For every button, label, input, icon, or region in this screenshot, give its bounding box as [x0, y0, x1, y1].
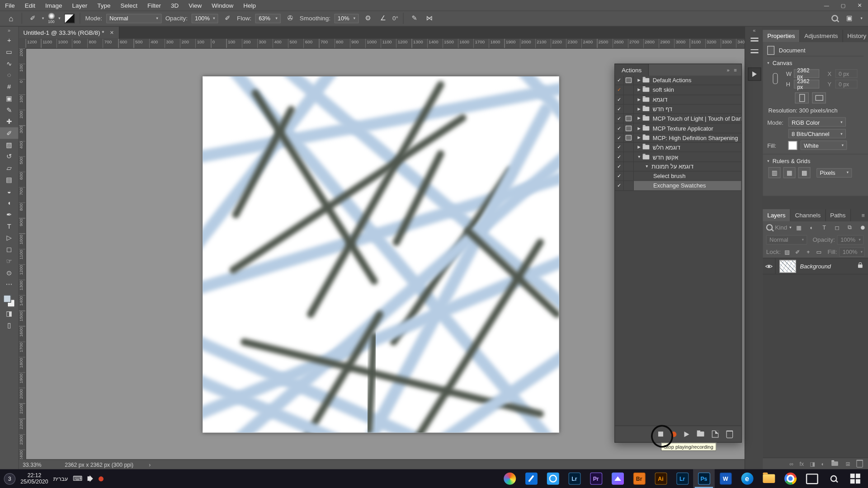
document-canvas[interactable] [203, 76, 559, 433]
action-label[interactable]: אקשן חדש [653, 154, 679, 160]
screen-mode-icon[interactable]: ▯ [0, 319, 18, 331]
brush-preset-icon[interactable]: ✐ [27, 13, 38, 23]
frame-tool[interactable]: ▣ [0, 92, 18, 104]
action-label[interactable]: Select brush [653, 173, 685, 179]
menu-item-filter[interactable]: Filter [142, 2, 166, 9]
vertical-ruler[interactable]: 2001000100200300400500600700800900100011… [18, 48, 26, 460]
taskbar-app-photoshop[interactable]: Ps [693, 469, 715, 488]
chevron-down-icon[interactable]: ▾ [767, 159, 769, 163]
action-label[interactable]: soft skin [653, 87, 674, 94]
panel-menu-icon[interactable]: ≡ [734, 67, 736, 73]
healing-brush-tool[interactable]: ✚ [0, 116, 18, 127]
menu-item-type[interactable]: Type [92, 2, 115, 9]
action-row[interactable]: ✓▼דוגמא על תמונות [615, 162, 741, 171]
delete-layer-icon[interactable] [856, 460, 863, 468]
action-check-icon[interactable]: ✓ [615, 95, 624, 104]
delete-icon[interactable] [726, 430, 733, 438]
dialog-toggle-cell[interactable] [624, 104, 634, 113]
history-brush-tool[interactable]: ↺ [0, 150, 18, 162]
fill-color-swatch[interactable] [788, 141, 797, 150]
chevron-down-icon[interactable]: ▾ [767, 61, 769, 66]
action-check-icon[interactable]: ✓ [615, 76, 624, 85]
taskbar-clock[interactable]: 22:12 25/05/2020 [20, 472, 48, 485]
link-dimensions-icon[interactable] [773, 73, 778, 84]
filter-toggle-icon[interactable] [861, 225, 865, 230]
chevron-right-icon[interactable]: ▶ [636, 97, 642, 102]
blur-tool[interactable]: ◒ [0, 185, 18, 197]
action-row[interactable]: ✓▶דוגמא חלש [615, 143, 741, 152]
play-icon[interactable] [684, 431, 689, 436]
dialog-toggle-cell[interactable] [624, 85, 634, 94]
action-row[interactable]: ✓▶soft skin [615, 85, 741, 95]
collapse-toolbar-icon[interactable]: » [0, 27, 18, 34]
new-set-icon[interactable] [697, 432, 704, 436]
lock-transparency-icon[interactable]: ▨ [783, 247, 792, 257]
flow-dropdown[interactable]: 63% [255, 14, 281, 23]
action-label[interactable]: MCP Touch of Light | Touch of Dark... [653, 115, 741, 122]
type-tool[interactable]: T [0, 220, 18, 232]
move-tool[interactable]: + [0, 34, 18, 46]
taskbar-app-taskbar-search[interactable] [823, 469, 844, 488]
home-icon[interactable]: ⌂ [5, 13, 16, 23]
expand-panels-icon[interactable]: « [753, 27, 755, 34]
adjustment-layer-icon[interactable]: ◐ [821, 460, 825, 466]
blend-mode-dropdown[interactable]: Normal [766, 235, 807, 244]
taskbar-app-fresco[interactable] [520, 469, 542, 488]
gradient-tool[interactable]: ▤ [0, 174, 18, 185]
bit-depth-dropdown[interactable]: 8 Bits/Channel [788, 129, 846, 138]
chevron-right-icon[interactable]: ▶ [636, 117, 642, 121]
chevron-down-icon[interactable]: ▾ [860, 16, 862, 21]
minimize-window-icon[interactable]: — [818, 0, 835, 10]
taskbar-app-illustrator[interactable]: Ai [650, 469, 672, 488]
taskbar-app-task-view[interactable] [801, 469, 823, 488]
brush-size-preview[interactable]: 100 [48, 13, 55, 23]
taskbar-app-photos-app[interactable] [607, 469, 628, 488]
grid-toggle-icon[interactable]: ▦ [783, 167, 796, 178]
shape-tool[interactable]: ◻ [0, 244, 18, 255]
dodge-tool[interactable]: ◖ [0, 197, 18, 209]
action-label[interactable]: דוגמא חלש [653, 144, 680, 151]
layer-row-background[interactable]: Background [763, 258, 868, 275]
lock-all-icon[interactable]: ▭ [815, 247, 823, 257]
chevron-down-icon[interactable]: ▾ [789, 225, 791, 230]
pen-tool[interactable]: ✒ [0, 209, 18, 221]
dialog-toggle-cell[interactable] [624, 162, 634, 171]
chevron-right-icon[interactable]: ▶ [636, 107, 642, 111]
chevron-right-icon[interactable]: ▶ [636, 126, 642, 131]
action-row[interactable]: ✓▶דוגמא [615, 95, 741, 104]
menu-item-select[interactable]: Select [116, 2, 142, 9]
tab-paths[interactable]: Paths [826, 209, 850, 221]
airbrush-icon[interactable]: ✇ [285, 13, 296, 23]
smoothing-dropdown[interactable]: 10% [334, 14, 359, 23]
tray-app-icon[interactable] [99, 476, 104, 481]
layer-name[interactable]: Background [800, 263, 831, 270]
taskbar-app-file-explorer[interactable] [758, 469, 779, 488]
action-row[interactable]: ✓▶MCP Texture Applicator [615, 124, 741, 133]
taskbar-app-chrome[interactable] [779, 469, 801, 488]
action-check-icon[interactable]: ✓ [615, 181, 624, 190]
dialog-toggle-cell[interactable] [624, 152, 634, 161]
taskbar-app-photoshop-camera[interactable] [499, 469, 520, 488]
action-check-icon[interactable]: ✓ [615, 162, 624, 171]
filter-smart-objects-icon[interactable]: ⧉ [844, 223, 855, 232]
angle-value[interactable]: 0° [392, 15, 398, 22]
fill-dropdown[interactable]: White [801, 141, 847, 150]
clone-stamp-tool[interactable]: ▨ [0, 139, 18, 150]
eyedropper-tool[interactable]: ✎ [0, 104, 18, 116]
marquee-tool[interactable]: ▭ [0, 46, 18, 58]
tab-history[interactable]: History [843, 30, 868, 42]
action-check-icon[interactable]: ✓ [615, 124, 624, 133]
action-check-icon[interactable]: ✓ [615, 85, 624, 94]
landscape-orientation-button[interactable] [812, 92, 826, 103]
menu-item-file[interactable]: File [0, 2, 20, 9]
actions-tab[interactable]: Actions [615, 64, 649, 76]
dialog-toggle-cell[interactable] [624, 172, 634, 181]
ruler-origin-corner[interactable] [18, 39, 26, 49]
chevron-right-icon[interactable]: ▶ [636, 78, 642, 83]
filter-type-layers-icon[interactable]: T [819, 223, 830, 232]
chevron-down-icon[interactable]: ▼ [636, 155, 642, 159]
dialog-toggle-cell[interactable] [624, 114, 634, 123]
action-check-icon[interactable]: ✓ [615, 133, 624, 142]
taskbar-app-bridge[interactable]: Br [628, 469, 650, 488]
visibility-eye-icon[interactable] [763, 258, 775, 274]
